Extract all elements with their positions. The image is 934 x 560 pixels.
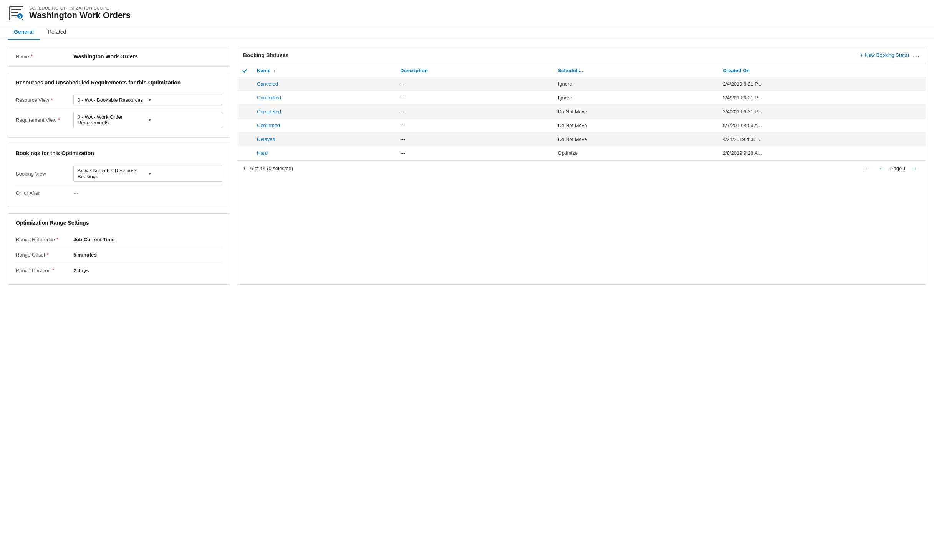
resources-section: Resources and Unscheduled Requirements f… — [8, 73, 230, 138]
range-reference-row: Range Reference * Job Current Time — [16, 232, 222, 247]
svg-rect-2 — [11, 12, 18, 13]
table-row: Delayed---Do Not Move4/24/2019 4:31 ... — [237, 132, 926, 146]
pagination-controls: |← ← Page 1 → — [861, 164, 920, 173]
name-required-star: * — [31, 53, 33, 60]
booking-statuses-panel: Booking Statuses + New Booking Status ..… — [237, 46, 926, 285]
row-created-on: 5/7/2019 8:53 A... — [718, 118, 926, 132]
on-or-after-label: On or After — [16, 190, 73, 196]
row-name[interactable]: Confirmed — [252, 118, 396, 132]
range-duration-label: Range Duration * — [16, 267, 73, 273]
row-created-on: 2/4/2019 6:21 P... — [718, 77, 926, 91]
row-scheduling: Ignore — [553, 77, 718, 91]
row-created-on: 4/24/2019 4:31 ... — [718, 132, 926, 146]
table-header: Name ↑ Description Scheduli... Created O… — [237, 64, 926, 77]
select-all-checkbox[interactable] — [237, 64, 252, 77]
page-subtitle: SCHEDULING OPTIMIZATION SCOPE — [29, 6, 131, 10]
requirement-view-dropdown[interactable]: 0 - WA - Work Order Requirements ▼ — [73, 112, 222, 128]
requirement-view-label: Requirement View * — [16, 117, 73, 123]
table-row: Canceled---Ignore2/4/2019 6:21 P... — [237, 77, 926, 91]
name-row: Name * Washington Work Orders — [16, 51, 222, 62]
range-offset-value: 5 minutes — [73, 252, 222, 258]
row-scheduling: Do Not Move — [553, 104, 718, 118]
row-checkbox[interactable] — [237, 132, 252, 146]
svg-rect-1 — [11, 9, 21, 10]
pagination-info: 1 - 6 of 14 (0 selected) — [243, 166, 293, 171]
new-booking-status-button[interactable]: + New Booking Status — [860, 52, 910, 59]
pagination-bar: 1 - 6 of 14 (0 selected) |← ← Page 1 → — [237, 160, 926, 177]
booking-table-body: Canceled---Ignore2/4/2019 6:21 P...Commi… — [237, 77, 926, 160]
row-description: --- — [396, 132, 553, 146]
bookings-title: Bookings for this Optimization — [16, 150, 222, 156]
prev-page-button[interactable]: ← — [876, 164, 887, 173]
bookings-section: Bookings for this Optimization Booking V… — [8, 144, 230, 207]
range-duration-value: 2 days — [73, 268, 222, 273]
right-column: Booking Statuses + New Booking Status ..… — [237, 46, 926, 285]
resource-view-label: Resource View * — [16, 97, 73, 103]
range-offset-required: * — [46, 252, 48, 258]
range-reference-label: Range Reference * — [16, 237, 73, 243]
row-checkbox[interactable] — [237, 146, 252, 160]
requirement-view-row: Requirement View * 0 - WA - Work Order R… — [16, 109, 222, 131]
table-row: Confirmed---Do Not Move5/7/2019 8:53 A..… — [237, 118, 926, 132]
resources-title: Resources and Unscheduled Requirements f… — [16, 80, 222, 86]
row-name[interactable]: Hard — [252, 146, 396, 160]
row-checkbox[interactable] — [237, 104, 252, 118]
row-checkbox[interactable] — [237, 77, 252, 91]
tab-related[interactable]: Related — [41, 25, 72, 40]
svg-text:S: S — [19, 14, 22, 18]
booking-panel-actions: + New Booking Status ... — [860, 51, 920, 59]
row-description: --- — [396, 104, 553, 118]
resource-view-dropdown[interactable]: 0 - WA - Bookable Resources ▼ — [73, 95, 222, 105]
booking-view-row: Booking View Active Bookable Resource Bo… — [16, 162, 222, 185]
row-name[interactable]: Delayed — [252, 132, 396, 146]
col-header-scheduling[interactable]: Scheduli... — [553, 64, 718, 77]
resource-view-required: * — [51, 97, 53, 103]
on-or-after-row: On or After --- — [16, 185, 222, 200]
row-scheduling: Do Not Move — [553, 132, 718, 146]
requirement-view-required: * — [58, 117, 60, 123]
range-duration-required: * — [52, 267, 54, 273]
range-reference-value: Job Current Time — [73, 237, 222, 242]
row-scheduling: Ignore — [553, 91, 718, 104]
booking-panel-title: Booking Statuses — [243, 52, 860, 58]
name-sort-icon: ↑ — [273, 69, 275, 73]
row-created-on: 2/8/2019 9:28 A... — [718, 146, 926, 160]
row-checkbox[interactable] — [237, 91, 252, 104]
row-name[interactable]: Completed — [252, 104, 396, 118]
table-row: Committed---Ignore2/4/2019 6:21 P... — [237, 91, 926, 104]
page-title: Washington Work Orders — [29, 10, 131, 20]
booking-view-arrow-icon: ▼ — [148, 172, 218, 176]
header-text-block: SCHEDULING OPTIMIZATION SCOPE Washington… — [29, 6, 131, 20]
name-value: Washington Work Orders — [73, 53, 138, 60]
col-header-created-on[interactable]: Created On — [718, 64, 926, 77]
row-scheduling: Do Not Move — [553, 118, 718, 132]
col-header-description[interactable]: Description — [396, 64, 553, 77]
row-checkbox[interactable] — [237, 118, 252, 132]
row-description: --- — [396, 146, 553, 160]
more-options-button[interactable]: ... — [913, 51, 920, 59]
col-header-name[interactable]: Name ↑ — [252, 64, 396, 77]
row-description: --- — [396, 118, 553, 132]
booking-view-dropdown[interactable]: Active Bookable Resource Bookings ▼ — [73, 166, 222, 182]
booking-statuses-table: Name ↑ Description Scheduli... Created O… — [237, 64, 926, 160]
resource-view-row: Resource View * 0 - WA - Bookable Resour… — [16, 92, 222, 109]
page-header: S SCHEDULING OPTIMIZATION SCOPE Washingt… — [0, 0, 934, 25]
optimization-section: Optimization Range Settings Range Refere… — [8, 213, 230, 285]
row-created-on: 2/4/2019 6:21 P... — [718, 91, 926, 104]
first-page-button[interactable]: |← — [861, 164, 873, 173]
row-created-on: 2/4/2019 6:21 P... — [718, 104, 926, 118]
table-header-row: Name ↑ Description Scheduli... Created O… — [237, 64, 926, 77]
next-page-button[interactable]: → — [909, 164, 920, 173]
row-name[interactable]: Committed — [252, 91, 396, 104]
resource-view-arrow-icon: ▼ — [148, 98, 218, 102]
plus-icon: + — [860, 52, 863, 59]
row-description: --- — [396, 77, 553, 91]
row-name[interactable]: Canceled — [252, 77, 396, 91]
tab-general[interactable]: General — [8, 25, 40, 40]
name-label: Name * — [16, 53, 73, 60]
range-offset-row: Range Offset * 5 minutes — [16, 247, 222, 263]
row-scheduling: Optimize — [553, 146, 718, 160]
table-row: Hard---Optimize2/8/2019 9:28 A... — [237, 146, 926, 160]
tab-bar: General Related — [0, 25, 934, 40]
left-column: Name * Washington Work Orders Resources … — [8, 46, 230, 285]
